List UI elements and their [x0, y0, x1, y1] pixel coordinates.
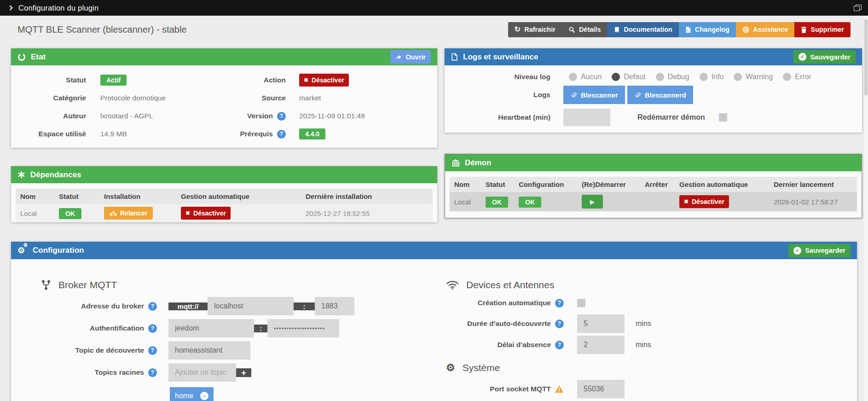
radio-info[interactable]: Info: [700, 73, 724, 81]
restart-daemon-checkbox[interactable]: [719, 113, 727, 122]
topic-decouverte-label: Topic de découverte: [11, 346, 144, 355]
radio-icon: [612, 73, 620, 81]
heartbeat-input[interactable]: [563, 109, 610, 126]
radio-debug[interactable]: Debug: [656, 73, 689, 81]
main-content: Etat Ouvrir Statut Actif Action ✖Désacti…: [11, 48, 862, 229]
categorie-value: Protocole domotique: [86, 90, 239, 106]
status-badge: Actif: [100, 75, 127, 86]
auteur-label: Auteur: [11, 108, 86, 124]
table-row: Local OK Relancer ✖Désactiver 2025-12-27…: [16, 204, 433, 222]
devices-section: Devices et Antennes Création automatique…: [434, 259, 857, 401]
radio-icon: [700, 73, 708, 81]
asterisk-icon: [17, 171, 25, 179]
gear-icon: ⚙: [446, 363, 455, 373]
radio-aucun[interactable]: Aucun: [569, 73, 602, 81]
restart-daemon-label: Redémarrer démon: [637, 113, 705, 122]
categorie-label: Catégorie: [11, 90, 86, 106]
demon-nom: Local: [450, 192, 481, 211]
bank-icon: [451, 159, 460, 167]
file-icon: [451, 53, 458, 61]
logs-body: Niveau log Aucun Defaut Debug Info Warni…: [445, 65, 862, 133]
save-configuration-button[interactable]: ✓ Sauvegarder: [788, 244, 851, 257]
delete-button[interactable]: Supprimer: [794, 22, 851, 37]
auth-separator: :: [254, 325, 267, 332]
demon-table: Nom Statut Configuration (Re)Démarrer Ar…: [450, 177, 857, 211]
version-value: 2025-11-09 01:01:48: [286, 108, 437, 124]
remove-topic-icon[interactable]: −: [200, 392, 208, 400]
help-icon[interactable]: ?: [277, 130, 286, 139]
help-icon[interactable]: ?: [555, 341, 564, 349]
assistance-button[interactable]: Assistance: [736, 22, 795, 37]
logs-panel: Logs et surveillance ✓ Sauvegarder Nivea…: [445, 48, 862, 133]
help-icon[interactable]: ?: [148, 368, 157, 377]
authentification-label: Authentification: [11, 324, 144, 332]
broker-port-input[interactable]: [315, 297, 354, 315]
scrollbar-thumb[interactable]: [864, 19, 868, 95]
auto-creation-checkbox[interactable]: [577, 299, 585, 307]
open-plugin-button[interactable]: Ouvrir: [390, 50, 431, 64]
absence-delay-input[interactable]: [577, 336, 625, 354]
add-topic-button[interactable]: +: [236, 368, 251, 377]
motorcycle-icon: [110, 210, 117, 216]
delai-absence-label: Délai d'absence: [434, 341, 551, 349]
adresse-broker-label: Adresse du broker: [11, 302, 144, 310]
help-icon[interactable]: ?: [555, 320, 564, 328]
changelog-button[interactable]: Changelog: [679, 22, 736, 37]
demon-status-badge: OK: [486, 197, 508, 208]
topic-tag-home: home −: [170, 387, 214, 401]
book-icon: [613, 26, 620, 33]
radio-icon: [656, 73, 664, 81]
etat-body: Statut Actif Action ✖Désactiver Catégori…: [11, 65, 437, 148]
save-logs-button[interactable]: ✓ Sauvegarder: [793, 50, 856, 64]
paperclip-icon: [570, 92, 577, 99]
broker-host-input[interactable]: [208, 297, 294, 315]
deactivate-plugin-button[interactable]: ✖Désactiver: [299, 74, 349, 87]
disable-auto-dependencies-button[interactable]: ✖Désactiver: [181, 207, 231, 220]
logs-label: Logs: [445, 91, 550, 99]
details-button[interactable]: Détails: [562, 22, 608, 37]
duration-unit: mins: [636, 320, 651, 328]
discovery-topic-input[interactable]: [168, 341, 250, 360]
window-title: Configuration du plugin: [18, 4, 98, 12]
help-icon[interactable]: ?: [148, 302, 157, 311]
port-socket-label: Port socket MQTT: [434, 385, 551, 393]
broker-user-input[interactable]: [168, 319, 254, 337]
assistance-icon: [742, 26, 749, 33]
documentation-button[interactable]: Documentation: [607, 22, 679, 37]
demon-panel-title: Démon: [465, 158, 492, 168]
start-daemon-button[interactable]: ▶: [582, 195, 603, 209]
x-icon: ✖: [304, 77, 308, 83]
broker-password-input[interactable]: [267, 319, 339, 337]
help-icon[interactable]: ?: [277, 112, 286, 121]
refresh-button[interactable]: ↻ Rafraichir: [508, 22, 562, 37]
top-titlebar: Configuration du plugin: [0, 0, 868, 16]
log-file-blescannerd-button[interactable]: Blescannerd: [627, 86, 693, 104]
demon-panel: Démon Nom Statut Configuration (Re)Démar…: [445, 154, 862, 218]
radio-defaut[interactable]: Defaut: [612, 73, 645, 81]
help-icon[interactable]: ?: [148, 346, 157, 355]
plus-icon: +: [241, 368, 246, 377]
discovery-duration-input[interactable]: [577, 314, 625, 333]
check-circle-icon: ✓: [793, 247, 801, 255]
add-topic-input[interactable]: [168, 363, 236, 382]
mqtt-socket-port-input[interactable]: [577, 380, 625, 398]
configuration-panel-header: ⚙⚙ Configuration ✓ Sauvegarder: [11, 242, 857, 259]
plugin-toolbar: ↻ Rafraichir Détails Documentation Chang…: [508, 22, 851, 37]
log-file-blescanner-button[interactable]: Blescanner: [563, 86, 625, 104]
window-restore-icon[interactable]: [854, 5, 862, 11]
radio-warning[interactable]: Warning: [734, 73, 773, 81]
x-icon: ✖: [185, 210, 190, 216]
table-row: Local OK OK ▶ ✖Désactiver 2026-01-02 17:…: [450, 192, 857, 211]
source-value: market: [286, 90, 437, 106]
demon-panel-header: Démon: [445, 154, 862, 171]
help-icon[interactable]: ?: [555, 299, 564, 308]
radio-error[interactable]: Error: [783, 73, 811, 81]
help-icon[interactable]: ?: [148, 324, 157, 333]
warning-icon: [555, 385, 564, 393]
espace-value: 14.9 MB: [86, 126, 239, 142]
circle-notch-icon: [17, 53, 26, 61]
dep-nom: Local: [16, 204, 54, 222]
relaunch-dependencies-button[interactable]: Relancer: [104, 207, 153, 220]
scrollbar[interactable]: [864, 16, 868, 401]
disable-auto-daemon-button[interactable]: ✖Désactiver: [679, 195, 729, 208]
